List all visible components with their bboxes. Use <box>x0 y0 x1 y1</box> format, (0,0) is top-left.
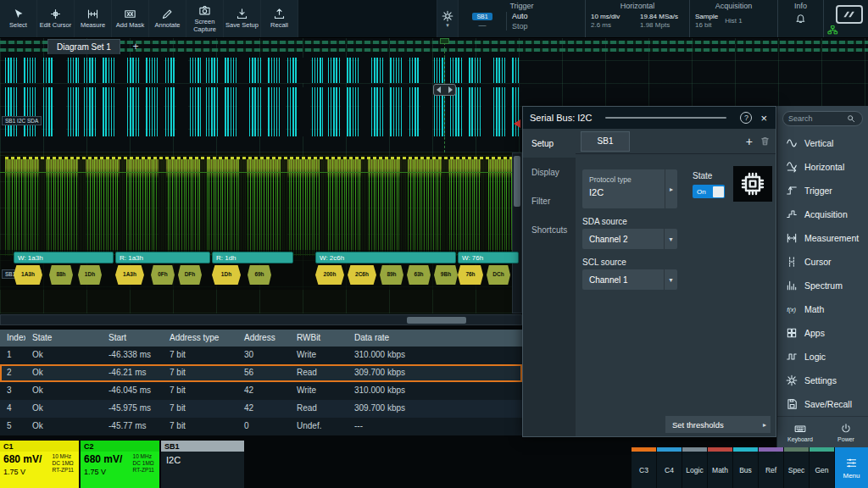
tab-diagram-set-1[interactable]: Diagram Set 1 <box>47 39 120 54</box>
trigger-position-handle[interactable] <box>433 84 456 96</box>
app-button-label: Ref <box>765 452 776 488</box>
channel-bandwidth: 10 MHz <box>53 453 74 459</box>
sidebar-item-spectrum[interactable]: Spectrum <box>777 274 868 297</box>
digital-trace-upper <box>5 58 519 83</box>
keyboard-button[interactable]: Keyboard <box>777 417 823 447</box>
app-button-ref[interactable]: Ref <box>759 447 784 488</box>
record-length: 1.98 Mpts <box>640 21 684 29</box>
help-icon[interactable]: ? <box>740 112 752 124</box>
measure-button[interactable]: Measure <box>75 0 112 37</box>
table-row[interactable]: 2Ok-46.21 ms7 bit56Read309.700 kbps <box>0 364 522 382</box>
search-input[interactable] <box>788 114 844 123</box>
app-button-spec[interactable]: Spec <box>784 447 810 488</box>
table-cell: Ok <box>25 347 102 364</box>
scl-source-dropdown[interactable]: Channel 1 ▼ <box>582 269 677 290</box>
bus-id: SB1 <box>164 442 180 451</box>
scl-source-label: SCL source <box>582 258 626 267</box>
menu-button[interactable]: Menu <box>835 447 868 488</box>
table-row[interactable]: 3Ok-46.045 ms7 bit42Write310.000 kbps <box>0 382 522 400</box>
app-button-bus[interactable]: Bus <box>733 447 759 488</box>
app-button-c3[interactable]: C3 <box>632 447 657 488</box>
edit-cursor-button[interactable]: Edit Cursor <box>37 0 75 37</box>
add-bus-button[interactable]: + <box>746 135 753 148</box>
vertical-scrollbar-thumb[interactable] <box>514 156 520 207</box>
channel-badge-c1[interactable]: C1 680 mV/ 1.75 V 10 MHz DC 1MΩ RT-ZP11 <box>0 441 79 488</box>
app-button-c4[interactable]: C4 <box>657 447 682 488</box>
app-button-gen[interactable]: Gen <box>810 447 835 488</box>
sidebar-item-label: Math <box>804 304 824 314</box>
table-cell: 42 <box>237 400 290 418</box>
trigger-status-panel[interactable]: Trigger SB1 — Auto Stop <box>459 0 586 37</box>
table-row[interactable]: 1Ok-46.338 ms7 bit30Write310.000 kbps <box>0 347 522 364</box>
trigger-level-marker-icon[interactable] <box>514 119 520 128</box>
notification-bell-icon[interactable] <box>783 13 818 24</box>
sidebar-item-label: Settings <box>804 375 837 385</box>
toolbar-button-label: Screen Capture <box>186 19 223 33</box>
select-button[interactable]: Select <box>0 0 37 37</box>
info-status-panel[interactable]: Info <box>778 0 824 37</box>
table-cell: --- <box>348 418 522 435</box>
sidebar-item-trigger[interactable]: Trigger <box>777 179 868 202</box>
delete-bus-icon[interactable] <box>760 136 771 147</box>
sidebar-item-measurement[interactable]: Measurement <box>777 226 868 250</box>
set-thresholds-label: Set thresholds <box>665 420 759 430</box>
toolbar-button-label: Add Mask <box>115 22 145 30</box>
table-row[interactable]: 4Ok-45.975 ms7 bit42Read309.700 kbps <box>0 400 522 418</box>
protocol-type-button[interactable]: Protocol type I2C ▸ <box>582 169 677 208</box>
horizontal-scale: 10 ms/div <box>591 13 635 20</box>
channel-id: C1 <box>3 442 14 451</box>
sidebar-item-math[interactable]: f(x)Math <box>777 297 868 321</box>
sidebar-search[interactable] <box>782 111 863 126</box>
bus-instance-tab-sb1[interactable]: SB1 <box>581 131 630 152</box>
sidebar-item-acquisition[interactable]: Acquisition <box>777 202 868 226</box>
table-cell: Undef. <box>290 418 348 435</box>
dialog-tab-display[interactable]: Display <box>523 158 576 186</box>
dialog-drag-handle[interactable] <box>605 117 726 119</box>
trigger-icon <box>786 185 798 197</box>
annotate-button[interactable]: Annotate <box>149 0 186 37</box>
channel-badge-c2[interactable]: C2 680 mV/ 1.75 V 10 MHz DC 1MΩ RT-ZP11 <box>81 441 159 488</box>
add-diagram-tab-button[interactable]: + <box>129 39 142 54</box>
save-setup-button[interactable]: Save Setup <box>224 0 261 37</box>
close-icon[interactable]: × <box>759 112 769 125</box>
sda-source-dropdown[interactable]: Channel 2 ▼ <box>582 229 677 249</box>
app-button-logic[interactable]: Logic <box>682 447 708 488</box>
dialog-tab-setup[interactable]: Setup <box>523 129 576 158</box>
power-icon <box>840 423 852 435</box>
recall-button[interactable]: Recall <box>261 0 298 37</box>
set-thresholds-button[interactable]: Set thresholds ▸ <box>665 416 771 433</box>
brand-cell <box>824 0 868 37</box>
acquisition-status-panel[interactable]: Acquisition Sample 16 bit Hist 1 <box>690 0 778 37</box>
horizontal-scrollbar-thumb[interactable] <box>407 317 466 324</box>
add-mask-button[interactable]: Add Mask <box>112 0 149 37</box>
table-cell: 42 <box>237 382 290 400</box>
horizontal-position: 2.6 ms <box>591 21 635 29</box>
sidebar-item-save-recall[interactable]: Save/Recall <box>777 392 868 416</box>
save-setup-icon <box>236 8 248 20</box>
table-header-address: Address <box>237 330 290 347</box>
right-sidebar: VerticalHorizontalTriggerAcquisitionMeas… <box>776 106 868 447</box>
sidebar-item-label: Horizontal <box>804 162 844 172</box>
channel-badge-sb1[interactable]: SB1 I2C <box>161 441 244 488</box>
sidebar-item-apps[interactable]: Apps <box>777 321 868 345</box>
app-button-math[interactable]: Math <box>708 447 733 488</box>
save-recall-icon <box>786 398 798 410</box>
sidebar-item-cursor[interactable]: Cursor <box>777 250 868 274</box>
sidebar-item-horizontal[interactable]: Horizontal <box>777 155 868 179</box>
apps-icon <box>786 327 798 339</box>
dialog-tab-list: SetupDisplayFilterShortcuts <box>523 129 576 436</box>
sidebar-item-vertical[interactable]: Vertical <box>777 131 868 155</box>
search-icon <box>847 114 855 123</box>
dialog-tab-filter[interactable]: Filter <box>523 186 576 215</box>
sidebar-item-logic[interactable]: Logic <box>777 345 868 369</box>
dialog-tab-shortcuts[interactable]: Shortcuts <box>523 215 576 244</box>
top-toolbar: SelectEdit CursorMeasureAdd MaskAnnotate… <box>0 0 868 38</box>
horizontal-status-panel[interactable]: Horizontal 10 ms/div 19.84 MSa/s 2.6 ms … <box>586 0 690 37</box>
power-button[interactable]: Power <box>823 417 868 447</box>
screen-capture-button[interactable]: Screen Capture <box>186 0 224 37</box>
table-cell: 30 <box>237 347 290 364</box>
state-toggle[interactable]: On <box>693 185 725 198</box>
settings-quick-button[interactable]: ▾ <box>437 0 459 37</box>
sidebar-item-settings[interactable]: Settings <box>777 369 868 392</box>
table-row[interactable]: 5Ok-45.77 ms7 bit0Undef.--- <box>0 418 522 435</box>
